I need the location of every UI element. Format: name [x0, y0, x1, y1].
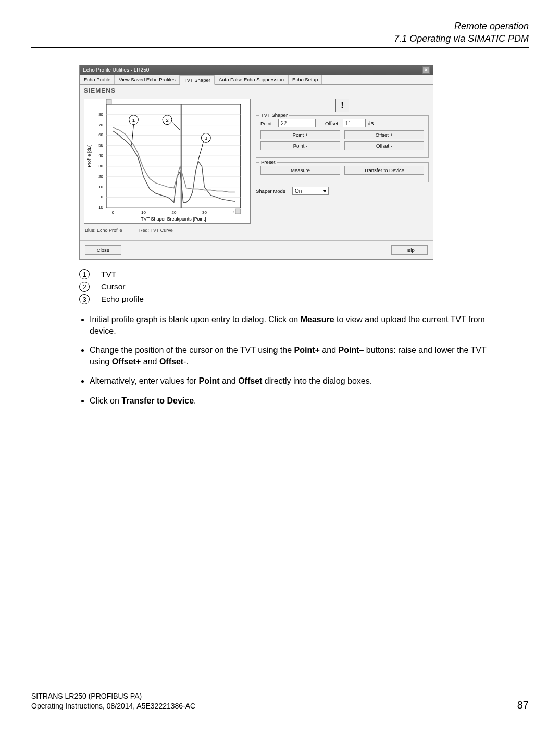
point-minus-button[interactable]: Point - [260, 141, 340, 150]
point-label: Point [260, 120, 276, 126]
svg-text:1: 1 [132, 117, 135, 123]
ytick: 20 [98, 174, 103, 179]
offset-input[interactable] [343, 119, 366, 127]
ytick: 50 [98, 143, 103, 148]
point-plus-button[interactable]: Point + [260, 130, 340, 139]
xtick: 30 [202, 210, 207, 215]
tvt-shaper-fieldset: TVT Shaper Point Offset dB Point + Offse… [256, 115, 429, 158]
chapter-title: Remote operation [31, 21, 529, 32]
offset-label: Offset [325, 120, 341, 126]
select-value: On [295, 188, 302, 194]
ytick: 80 [98, 112, 103, 117]
tab-tvt-shaper[interactable]: TVT Shaper [180, 75, 215, 85]
instruction-item: Alternatively, enter values for Point an… [90, 375, 497, 387]
xtick: 10 [141, 210, 146, 215]
x-axis-label: TVT Shaper Breakpoints [Point] [141, 216, 206, 222]
instruction-item: Initial profile graph is blank upon entr… [90, 314, 497, 336]
transfer-button[interactable]: Transfer to Device [344, 166, 424, 175]
measure-button[interactable]: Measure [260, 166, 340, 175]
scroll-right-icon[interactable] [235, 209, 241, 214]
close-button[interactable]: Close [85, 245, 121, 255]
tab-row: Echo Profile View Saved Echo Profiles TV… [80, 75, 433, 85]
dialog-bottom-bar: Close Help [80, 240, 433, 259]
dialog-window: Echo Profile Utilities - LR250 × Echo Pr… [79, 65, 433, 260]
ytick: 30 [98, 164, 103, 168]
doc-info: Operating Instructions, 08/2014, A5E3222… [31, 701, 195, 711]
callout-text: Echo profile [101, 295, 144, 304]
callout-text: Cursor [101, 282, 126, 291]
legend-echo: Blue: Echo Profile [85, 228, 122, 233]
ytick: 60 [98, 132, 103, 137]
instruction-list: Initial profile graph is blank upon entr… [79, 314, 497, 407]
fieldset-legend: Preset [259, 159, 277, 165]
shaper-mode-select[interactable]: On ▾ [292, 187, 329, 195]
db-label: dB [368, 120, 383, 126]
titlebar: Echo Profile Utilities - LR250 × [80, 65, 433, 75]
callout-num: 2 [79, 282, 90, 292]
section-title: 7.1 Operating via SIMATIC PDM [31, 33, 529, 44]
callout-num: 3 [79, 294, 90, 304]
ytick: -10 [97, 205, 104, 210]
brand-bar: SIEMENS [80, 85, 433, 96]
xtick: 20 [171, 210, 176, 215]
screenshot-figure: Echo Profile Utilities - LR250 × Echo Pr… [79, 65, 487, 260]
product-name: SITRANS LR250 (PROFIBUS PA) [31, 691, 195, 701]
controls-panel: ! TVT Shaper Point Offset dB Point + Off… [256, 99, 429, 236]
ytick: 70 [98, 123, 103, 127]
callout-num: 1 [79, 269, 90, 279]
window-title: Echo Profile Utilities - LR250 [83, 67, 149, 73]
chevron-down-icon: ▾ [323, 188, 326, 194]
preset-fieldset: Preset Measure Transfer to Device [256, 162, 429, 182]
ytick: 0 [101, 194, 104, 199]
header-rule [31, 47, 529, 48]
instruction-item: Click on Transfer to Device. [90, 395, 497, 407]
scroll-up-icon[interactable] [106, 99, 111, 104]
instruction-item: Change the position of the cursor on the… [90, 345, 497, 367]
shaper-mode-label: Shaper Mode [256, 188, 289, 194]
offset-plus-button[interactable]: Offset + [344, 130, 424, 139]
tab-echo-profile[interactable]: Echo Profile [80, 75, 115, 84]
ytick: 40 [98, 153, 103, 158]
page-number: 87 [517, 699, 529, 711]
tab-view-saved[interactable]: View Saved Echo Profiles [115, 75, 180, 84]
legend-tvt: Red: TVT Curve [139, 228, 173, 233]
chart-legend: Blue: Echo Profile Red: TVT Curve [84, 225, 251, 236]
xtick: 0 [112, 210, 115, 215]
profile-chart: -10 0 10 20 30 40 50 60 70 80 [84, 99, 251, 224]
page-footer: SITRANS LR250 (PROFIBUS PA) Operating In… [31, 691, 529, 711]
ytick: 10 [98, 185, 103, 189]
chart-panel: -10 0 10 20 30 40 50 60 70 80 [84, 99, 251, 236]
help-button[interactable]: Help [391, 245, 428, 255]
tab-echo-setup[interactable]: Echo Setup [288, 75, 322, 84]
callout-legend: 1TVT 2Cursor 3Echo profile [79, 269, 529, 304]
callout-text: TVT [101, 270, 116, 279]
tab-auto-false-echo[interactable]: Auto False Echo Suppression [215, 75, 288, 84]
close-icon[interactable]: × [422, 66, 430, 74]
point-input[interactable] [278, 119, 316, 127]
svg-text:3: 3 [205, 135, 208, 141]
offset-minus-button[interactable]: Offset - [344, 141, 424, 150]
fieldset-legend: TVT Shaper [259, 112, 289, 118]
warning-icon: ! [335, 99, 349, 112]
y-axis-label: Profile [dB] [86, 144, 92, 167]
svg-text:2: 2 [166, 117, 169, 123]
